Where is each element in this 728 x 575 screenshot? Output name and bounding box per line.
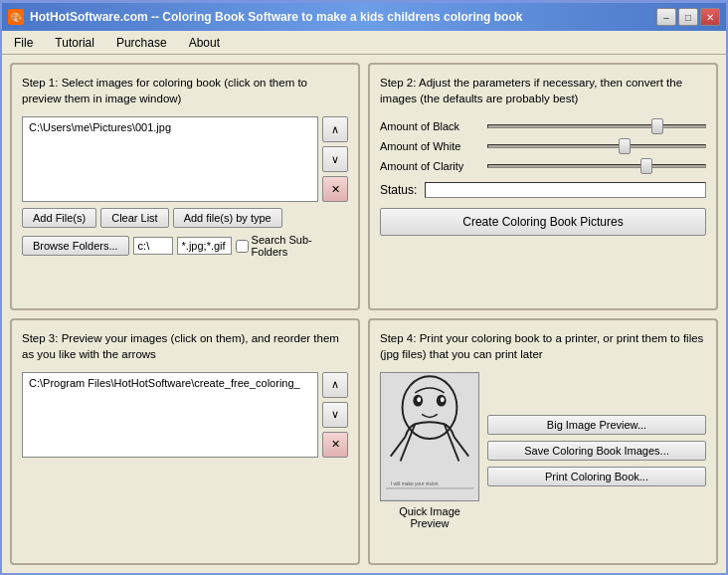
step4-buttons: Big Image Preview... Save Coloring Book … [487,372,706,529]
step1-arrow-x[interactable]: ✕ [322,176,348,202]
svg-text:I will make your vision: I will make your vision [391,481,439,486]
step1-list-item: C:\Users\me\Pictures\001.jpg [25,119,315,135]
print-coloring-book-button[interactable]: Print Coloring Book... [487,467,706,486]
menu-purchase[interactable]: Purchase [110,34,173,52]
amount-of-clarity-label: Amount of Clarity [380,160,479,172]
step3-panel: Step 3: Preview your images (click on th… [10,318,360,566]
amount-of-clarity-thumb[interactable] [640,158,652,174]
step3-arrow-down[interactable]: ∨ [322,402,348,428]
window-title: HotHotSoftware.com -- Coloring Book Soft… [30,10,522,24]
slider-row-black: Amount of Black [380,120,706,132]
step4-panel: Step 4: Print your coloring book to a pr… [368,318,718,566]
menu-tutorial[interactable]: Tutorial [49,34,100,52]
clear-list-button[interactable]: Clear List [100,208,168,228]
step1-listbox-area: C:\Users\me\Pictures\001.jpg ∧ ∨ ✕ [22,116,348,202]
amount-of-black-thumb[interactable] [651,118,663,134]
status-label: Status: [380,183,417,197]
amount-of-white-label: Amount of White [380,140,479,152]
svg-point-5 [441,397,445,402]
search-subfolders-text: Search Sub-Folders [252,234,348,258]
preview-svg: I will make your vision [381,373,478,500]
menu-bar: File Tutorial Purchase About [2,31,726,55]
file-filter-input[interactable] [177,237,232,255]
amount-of-black-track[interactable] [487,124,706,128]
step1-panel: Step 1: Select images for coloring book … [10,63,360,310]
step1-listbox[interactable]: C:\Users\me\Pictures\001.jpg [22,116,318,202]
add-files-button[interactable]: Add File(s) [22,208,96,228]
search-subfolders-label[interactable]: Search Sub-Folders [236,234,348,258]
preview-image-area: I will make your vision Quick Image Prev… [380,372,479,529]
amount-of-white-track[interactable] [487,144,706,148]
close-button[interactable]: ✕ [700,8,720,26]
menu-file[interactable]: File [8,34,39,52]
step4-content: I will make your vision Quick Image Prev… [380,372,706,529]
app-icon: 🎨 [8,9,24,25]
menu-about[interactable]: About [183,34,226,52]
slider-section: Amount of Black Amount of White Amount o… [380,120,706,172]
amount-of-white-thumb[interactable] [619,138,631,154]
minimize-button[interactable]: – [656,8,676,26]
step3-title: Step 3: Preview your images (click on th… [22,330,348,362]
step1-arrow-up[interactable]: ∧ [322,116,348,142]
add-by-type-button[interactable]: Add file(s) by type [173,208,282,228]
browse-folders-button[interactable]: Browse Folders... [22,236,129,256]
step2-title: Step 2: Adjust the parameters if necessa… [380,75,706,106]
slider-row-clarity: Amount of Clarity [380,160,706,172]
step3-arrow-up[interactable]: ∧ [322,372,348,398]
status-bar [425,182,706,198]
folder-path-input[interactable] [133,237,173,255]
preview-label: Quick Image Preview [380,505,479,529]
amount-of-clarity-track[interactable] [487,164,706,168]
title-buttons: – □ ✕ [656,8,720,26]
step1-arrow-buttons: ∧ ∨ ✕ [322,116,348,202]
step1-arrow-down[interactable]: ∨ [322,146,348,172]
main-window: 🎨 HotHotSoftware.com -- Coloring Book So… [0,0,728,575]
step4-title: Step 4: Print your coloring book to a pr… [380,330,706,362]
step3-arrow-buttons: ∧ ∨ ✕ [322,372,348,458]
maximize-button[interactable]: □ [678,8,698,26]
content-area: Step 1: Select images for coloring book … [2,55,726,573]
title-bar: 🎨 HotHotSoftware.com -- Coloring Book So… [2,3,726,31]
step3-listbox-area: C:\Program Files\HotHotSoftware\create_f… [22,372,348,458]
step2-panel: Step 2: Adjust the parameters if necessa… [368,63,718,310]
step1-folder-row: Browse Folders... Search Sub-Folders [22,234,348,258]
step1-title: Step 1: Select images for coloring book … [22,75,348,106]
step3-listbox[interactable]: C:\Program Files\HotHotSoftware\create_f… [22,372,318,458]
step3-list-item: C:\Program Files\HotHotSoftware\create_f… [25,375,315,391]
title-bar-left: 🎨 HotHotSoftware.com -- Coloring Book So… [8,9,522,25]
step3-arrow-x[interactable]: ✕ [322,432,348,458]
quick-image-preview-box: I will make your vision [380,372,479,501]
create-coloring-book-button[interactable]: Create Coloring Book Pictures [380,208,706,236]
status-row: Status: [380,182,706,198]
slider-row-white: Amount of White [380,140,706,152]
save-coloring-book-images-button[interactable]: Save Coloring Book Images... [487,441,706,461]
svg-point-4 [417,397,421,402]
big-image-preview-button[interactable]: Big Image Preview... [487,415,706,435]
search-subfolders-checkbox[interactable] [236,240,249,253]
amount-of-black-label: Amount of Black [380,120,479,132]
step1-buttons: Add File(s) Clear List Add file(s) by ty… [22,208,348,228]
